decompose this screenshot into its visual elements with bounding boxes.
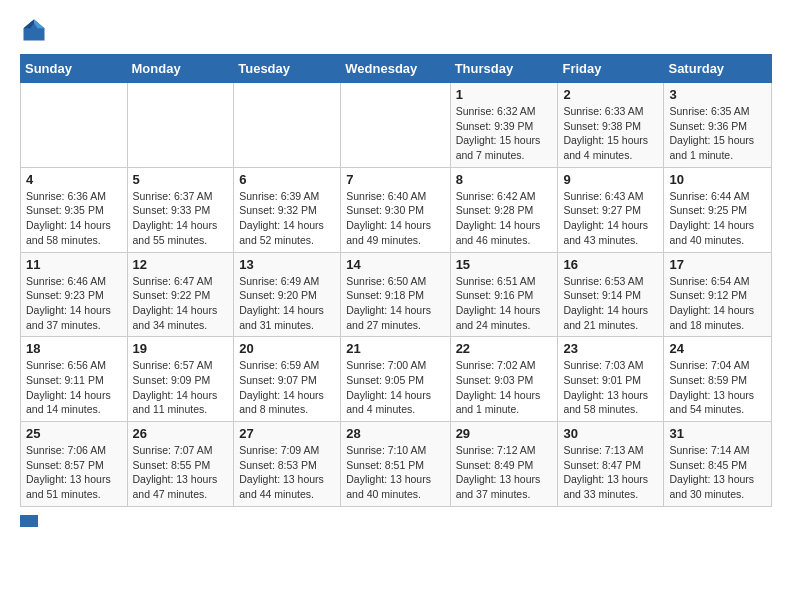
day-number: 31: [669, 426, 766, 441]
legend: [20, 515, 772, 527]
day-number: 11: [26, 257, 122, 272]
day-cell: 15Sunrise: 6:51 AM Sunset: 9:16 PM Dayli…: [450, 252, 558, 337]
day-cell: 9Sunrise: 6:43 AM Sunset: 9:27 PM Daylig…: [558, 167, 664, 252]
day-number: 2: [563, 87, 658, 102]
day-cell: 22Sunrise: 7:02 AM Sunset: 9:03 PM Dayli…: [450, 337, 558, 422]
day-info: Sunrise: 7:10 AM Sunset: 8:51 PM Dayligh…: [346, 443, 444, 502]
legend-color-box: [20, 515, 38, 527]
day-number: 18: [26, 341, 122, 356]
week-row-2: 4Sunrise: 6:36 AM Sunset: 9:35 PM Daylig…: [21, 167, 772, 252]
day-number: 8: [456, 172, 553, 187]
day-info: Sunrise: 6:53 AM Sunset: 9:14 PM Dayligh…: [563, 274, 658, 333]
day-number: 24: [669, 341, 766, 356]
day-cell: 24Sunrise: 7:04 AM Sunset: 8:59 PM Dayli…: [664, 337, 772, 422]
day-info: Sunrise: 6:46 AM Sunset: 9:23 PM Dayligh…: [26, 274, 122, 333]
day-cell: 10Sunrise: 6:44 AM Sunset: 9:25 PM Dayli…: [664, 167, 772, 252]
day-number: 21: [346, 341, 444, 356]
day-info: Sunrise: 6:40 AM Sunset: 9:30 PM Dayligh…: [346, 189, 444, 248]
day-info: Sunrise: 6:50 AM Sunset: 9:18 PM Dayligh…: [346, 274, 444, 333]
day-cell: 6Sunrise: 6:39 AM Sunset: 9:32 PM Daylig…: [234, 167, 341, 252]
day-cell: 21Sunrise: 7:00 AM Sunset: 9:05 PM Dayli…: [341, 337, 450, 422]
day-cell: 26Sunrise: 7:07 AM Sunset: 8:55 PM Dayli…: [127, 422, 234, 507]
day-info: Sunrise: 7:09 AM Sunset: 8:53 PM Dayligh…: [239, 443, 335, 502]
day-number: 14: [346, 257, 444, 272]
day-cell: [234, 83, 341, 168]
logo: [20, 16, 52, 44]
day-info: Sunrise: 7:12 AM Sunset: 8:49 PM Dayligh…: [456, 443, 553, 502]
day-number: 30: [563, 426, 658, 441]
col-header-thursday: Thursday: [450, 55, 558, 83]
day-number: 5: [133, 172, 229, 187]
day-cell: 17Sunrise: 6:54 AM Sunset: 9:12 PM Dayli…: [664, 252, 772, 337]
day-cell: 5Sunrise: 6:37 AM Sunset: 9:33 PM Daylig…: [127, 167, 234, 252]
logo-icon: [20, 16, 48, 44]
day-cell: 12Sunrise: 6:47 AM Sunset: 9:22 PM Dayli…: [127, 252, 234, 337]
day-number: 20: [239, 341, 335, 356]
day-info: Sunrise: 6:47 AM Sunset: 9:22 PM Dayligh…: [133, 274, 229, 333]
day-info: Sunrise: 6:57 AM Sunset: 9:09 PM Dayligh…: [133, 358, 229, 417]
day-info: Sunrise: 6:54 AM Sunset: 9:12 PM Dayligh…: [669, 274, 766, 333]
day-number: 13: [239, 257, 335, 272]
day-cell: 13Sunrise: 6:49 AM Sunset: 9:20 PM Dayli…: [234, 252, 341, 337]
day-cell: 20Sunrise: 6:59 AM Sunset: 9:07 PM Dayli…: [234, 337, 341, 422]
week-row-3: 11Sunrise: 6:46 AM Sunset: 9:23 PM Dayli…: [21, 252, 772, 337]
day-info: Sunrise: 6:35 AM Sunset: 9:36 PM Dayligh…: [669, 104, 766, 163]
day-cell: 18Sunrise: 6:56 AM Sunset: 9:11 PM Dayli…: [21, 337, 128, 422]
day-info: Sunrise: 7:06 AM Sunset: 8:57 PM Dayligh…: [26, 443, 122, 502]
day-cell: 30Sunrise: 7:13 AM Sunset: 8:47 PM Dayli…: [558, 422, 664, 507]
week-row-4: 18Sunrise: 6:56 AM Sunset: 9:11 PM Dayli…: [21, 337, 772, 422]
day-number: 19: [133, 341, 229, 356]
day-cell: 16Sunrise: 6:53 AM Sunset: 9:14 PM Dayli…: [558, 252, 664, 337]
day-cell: 11Sunrise: 6:46 AM Sunset: 9:23 PM Dayli…: [21, 252, 128, 337]
day-info: Sunrise: 7:03 AM Sunset: 9:01 PM Dayligh…: [563, 358, 658, 417]
day-number: 4: [26, 172, 122, 187]
day-info: Sunrise: 6:59 AM Sunset: 9:07 PM Dayligh…: [239, 358, 335, 417]
day-number: 9: [563, 172, 658, 187]
day-number: 26: [133, 426, 229, 441]
day-cell: 1Sunrise: 6:32 AM Sunset: 9:39 PM Daylig…: [450, 83, 558, 168]
day-info: Sunrise: 6:37 AM Sunset: 9:33 PM Dayligh…: [133, 189, 229, 248]
day-number: 1: [456, 87, 553, 102]
day-number: 16: [563, 257, 658, 272]
day-cell: 27Sunrise: 7:09 AM Sunset: 8:53 PM Dayli…: [234, 422, 341, 507]
day-cell: 8Sunrise: 6:42 AM Sunset: 9:28 PM Daylig…: [450, 167, 558, 252]
day-number: 12: [133, 257, 229, 272]
day-cell: 4Sunrise: 6:36 AM Sunset: 9:35 PM Daylig…: [21, 167, 128, 252]
day-cell: 25Sunrise: 7:06 AM Sunset: 8:57 PM Dayli…: [21, 422, 128, 507]
col-header-saturday: Saturday: [664, 55, 772, 83]
day-cell: 19Sunrise: 6:57 AM Sunset: 9:09 PM Dayli…: [127, 337, 234, 422]
day-number: 17: [669, 257, 766, 272]
day-number: 6: [239, 172, 335, 187]
day-number: 25: [26, 426, 122, 441]
calendar-body: 1Sunrise: 6:32 AM Sunset: 9:39 PM Daylig…: [21, 83, 772, 507]
week-row-1: 1Sunrise: 6:32 AM Sunset: 9:39 PM Daylig…: [21, 83, 772, 168]
day-number: 7: [346, 172, 444, 187]
day-number: 29: [456, 426, 553, 441]
day-number: 10: [669, 172, 766, 187]
day-cell: [127, 83, 234, 168]
day-cell: 7Sunrise: 6:40 AM Sunset: 9:30 PM Daylig…: [341, 167, 450, 252]
day-cell: [21, 83, 128, 168]
col-header-wednesday: Wednesday: [341, 55, 450, 83]
day-info: Sunrise: 6:32 AM Sunset: 9:39 PM Dayligh…: [456, 104, 553, 163]
day-info: Sunrise: 6:33 AM Sunset: 9:38 PM Dayligh…: [563, 104, 658, 163]
calendar-header: SundayMondayTuesdayWednesdayThursdayFrid…: [21, 55, 772, 83]
day-number: 23: [563, 341, 658, 356]
day-info: Sunrise: 6:36 AM Sunset: 9:35 PM Dayligh…: [26, 189, 122, 248]
day-cell: 28Sunrise: 7:10 AM Sunset: 8:51 PM Dayli…: [341, 422, 450, 507]
col-header-monday: Monday: [127, 55, 234, 83]
day-info: Sunrise: 7:00 AM Sunset: 9:05 PM Dayligh…: [346, 358, 444, 417]
col-header-friday: Friday: [558, 55, 664, 83]
calendar-table: SundayMondayTuesdayWednesdayThursdayFrid…: [20, 54, 772, 507]
day-number: 15: [456, 257, 553, 272]
day-info: Sunrise: 7:13 AM Sunset: 8:47 PM Dayligh…: [563, 443, 658, 502]
day-info: Sunrise: 7:07 AM Sunset: 8:55 PM Dayligh…: [133, 443, 229, 502]
page-header: [20, 16, 772, 44]
day-info: Sunrise: 6:43 AM Sunset: 9:27 PM Dayligh…: [563, 189, 658, 248]
day-info: Sunrise: 6:56 AM Sunset: 9:11 PM Dayligh…: [26, 358, 122, 417]
day-cell: [341, 83, 450, 168]
day-cell: 23Sunrise: 7:03 AM Sunset: 9:01 PM Dayli…: [558, 337, 664, 422]
day-number: 27: [239, 426, 335, 441]
header-row: SundayMondayTuesdayWednesdayThursdayFrid…: [21, 55, 772, 83]
day-info: Sunrise: 6:51 AM Sunset: 9:16 PM Dayligh…: [456, 274, 553, 333]
